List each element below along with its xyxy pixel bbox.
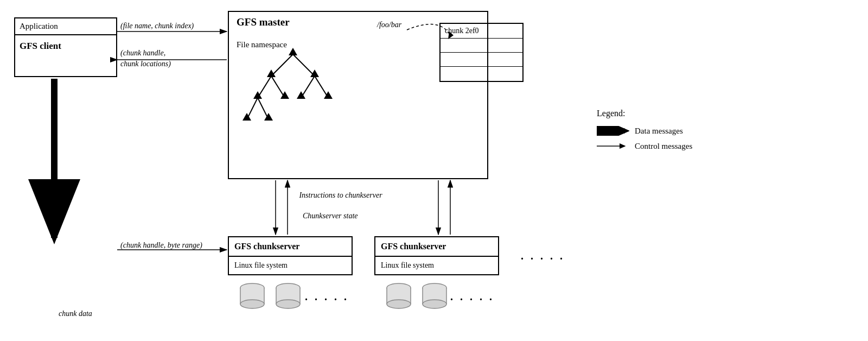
application-label: Application [15,18,116,35]
legend-data-messages: Data messages [597,126,692,136]
chunkserver-left-title: GFS chunkserver [229,237,352,257]
gfs-client-box: Application GFS client [14,17,117,77]
svg-line-3 [271,76,285,98]
chunkserver-right-subtitle: Linux file system [375,257,498,274]
label-file-name-chunk-index: (file name, chunk index) [120,22,194,30]
label-instructions: Instructions to chunkserver [276,191,406,200]
disk-left-2 [275,282,302,311]
svg-line-0 [271,54,293,76]
legend-control-messages: Control messages [597,141,692,151]
svg-point-22 [240,300,264,308]
chunkserver-right-box: GFS chunkserver Linux file system [374,236,499,275]
disks-left [239,282,302,311]
chunk-row-3 [441,53,522,67]
disk-right-1 [385,282,412,311]
legend-data-messages-label: Data messages [635,127,683,136]
svg-line-4 [301,76,315,98]
label-chunk-handle-locations-text: (chunk handle,chunk locations) [120,49,171,68]
label-chunk-data: chunk data [59,310,92,318]
chunk-row-2 [441,39,522,53]
svg-line-2 [258,76,271,98]
chunk-row-4 [441,67,522,81]
legend-box: Legend: Data messages [597,109,692,156]
chunk-map-table: chunk 2ef0 [439,23,524,82]
gfs-client-label: GFS client [15,35,116,57]
chunk-row-1: chunk 2ef0 [441,24,522,39]
label-chunk-handle-locations: (chunk handle,chunk locations) [120,48,171,69]
legend-thin-arrow-icon [597,141,629,151]
svg-point-32 [387,300,411,308]
path-label: /foo/bar [377,21,401,29]
disk-left-1 [239,282,266,311]
label-chunkserver-state: Chunkserver state [303,212,358,220]
legend-control-messages-label: Control messages [635,142,692,151]
svg-line-1 [293,54,315,76]
namespace-tree-svg [233,43,353,163]
svg-line-5 [315,76,328,98]
svg-point-27 [276,300,300,308]
svg-marker-8 [289,48,297,55]
ellipsis-chunkservers: . . . . . [521,250,565,262]
disks-right [385,282,448,311]
disk-right-2 [421,282,448,311]
chunkserver-left-subtitle: Linux file system [229,257,352,274]
chunkserver-right-title: GFS chunkserver [375,237,498,257]
chunkserver-left-box: GFS chunkserver Linux file system [228,236,353,275]
ellipsis-disks-left: . . . . . [305,291,349,303]
legend-title: Legend: [597,109,692,118]
svg-point-37 [423,300,446,308]
ellipsis-disks-right: . . . . . [450,291,494,303]
diagram-container: Application GFS client GFS master File n… [0,0,868,341]
label-chunk-handle-byte-range: (chunk handle, byte range) [120,241,202,250]
legend-thick-arrow-icon [597,126,629,136]
